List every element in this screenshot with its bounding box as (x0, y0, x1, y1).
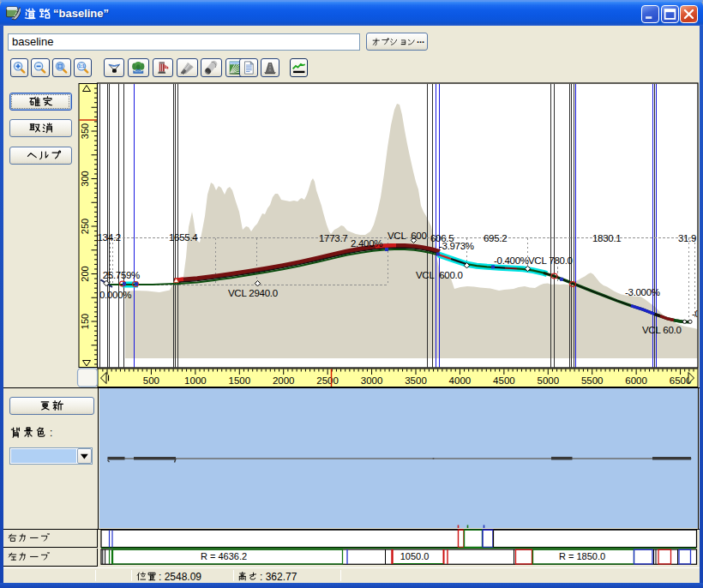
svg-text:1000: 1000 (184, 375, 207, 386)
svg-text:VCL 2940.0: VCL 2940.0 (228, 288, 278, 298)
svg-text:350: 350 (80, 123, 90, 139)
svg-text:31.9: 31.9 (678, 233, 696, 243)
svg-text:VCL 780.0: VCL 780.0 (528, 255, 573, 266)
svg-text:5500: 5500 (581, 375, 604, 386)
svg-text:1773.7: 1773.7 (319, 233, 347, 243)
svg-text:-3.000%: -3.000% (625, 287, 660, 297)
svg-text:695.2: 695.2 (484, 233, 507, 243)
svg-text:-3.973%: -3.973% (439, 241, 474, 251)
svg-text:3500: 3500 (405, 375, 427, 386)
svg-text:2000: 2000 (273, 375, 295, 386)
svg-text:134.2: 134.2 (98, 232, 121, 243)
svg-text:VCL 60.0: VCL 60.0 (642, 325, 682, 335)
svg-text:4500: 4500 (493, 375, 515, 386)
svg-text:2500: 2500 (316, 375, 339, 386)
svg-text:VCL 600.0: VCL 600.0 (416, 270, 463, 280)
svg-text:6000: 6000 (625, 375, 647, 386)
svg-text:4000: 4000 (449, 375, 472, 386)
svg-text:500: 500 (143, 375, 159, 386)
svg-text:3000: 3000 (361, 375, 383, 386)
svg-text:1655.4: 1655.4 (169, 232, 198, 243)
svg-text:2.400%: 2.400% (351, 238, 382, 249)
svg-text:250: 250 (80, 219, 90, 234)
svg-text:1500: 1500 (229, 375, 251, 386)
svg-text:-0: -0 (692, 309, 700, 319)
svg-text:1830.1: 1830.1 (592, 233, 621, 243)
svg-text:300: 300 (80, 171, 90, 186)
svg-text:5000: 5000 (538, 375, 560, 386)
svg-text:200: 200 (80, 266, 90, 281)
svg-text:VCL 600: VCL 600 (388, 231, 427, 241)
svg-text:-0.400%: -0.400% (494, 255, 529, 266)
svg-text:150: 150 (80, 314, 90, 329)
